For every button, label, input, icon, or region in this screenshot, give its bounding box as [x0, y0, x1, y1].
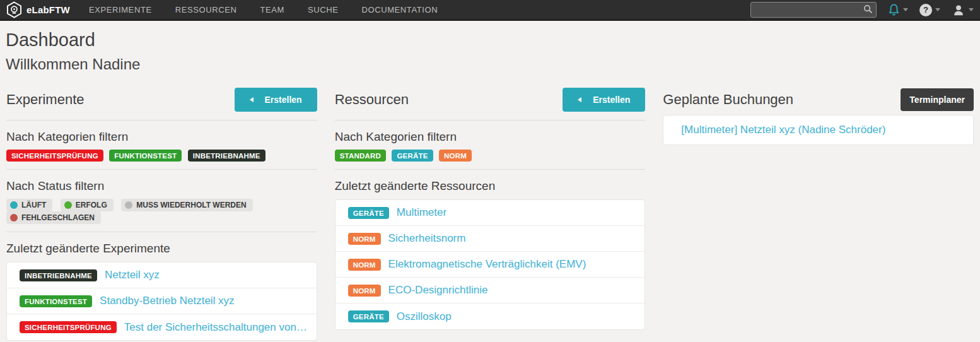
status-pill-fehlgeschlagen[interactable]: FEHLGESCHLAGEN — [6, 211, 101, 224]
caret-left-icon — [250, 97, 254, 102]
page-title: Dashboard — [6, 30, 974, 50]
search-input[interactable] — [750, 2, 877, 18]
nav-item-documentation[interactable]: DOCUMENTATION — [361, 5, 438, 15]
resources-category-badges: STANDARD GERÄTE NORM — [335, 150, 646, 162]
divider — [6, 169, 317, 170]
resource-link[interactable]: Sicherheitsnorm — [388, 232, 466, 245]
category-badge-norm[interactable]: NORM — [439, 150, 472, 162]
status-pill-laeuft[interactable]: LÄUFT — [6, 199, 52, 211]
chevron-down-icon — [903, 8, 908, 11]
divider — [335, 120, 646, 121]
recent-resources-list: GERÄTE Multimeter NORM Sicherheitsnorm N… — [335, 199, 646, 330]
resource-row[interactable]: NORM ECO-Designrichtlinie — [335, 278, 645, 304]
caret-left-icon — [578, 97, 581, 102]
experiment-link[interactable]: Test der Sicherheitsschaltungen von Netz… — [124, 321, 309, 334]
experiment-link[interactable]: Netzteil xyz — [105, 269, 160, 281]
scheduler-button[interactable]: Terminplaner — [901, 88, 974, 111]
resources-category-filter-title: Nach Kategorien filtern — [335, 130, 646, 144]
help-icon: ? — [919, 4, 932, 16]
booking-link[interactable]: [Multimeter] Netzteil xyz (Nadine Schröd… — [681, 124, 885, 136]
status-dot — [64, 201, 72, 209]
nav-item-experimente[interactable]: EXPERIMENTE — [89, 5, 152, 15]
resource-row[interactable]: GERÄTE Multimeter — [335, 200, 645, 226]
elabftw-logo-icon — [6, 1, 22, 18]
nav-item-team[interactable]: TEAM — [260, 5, 284, 15]
create-resource-label: Erstellen — [593, 95, 630, 105]
chevron-down-icon — [935, 8, 940, 11]
row-category-badge: GERÄTE — [348, 207, 389, 219]
bell-icon — [888, 3, 900, 16]
status-label: MUSS WIEDERHOLT WERDEN — [136, 201, 246, 209]
status-dot — [10, 214, 18, 221]
nav-item-suche[interactable]: SUCHE — [308, 5, 339, 15]
user-icon — [952, 3, 965, 17]
row-category-badge: GERÄTE — [348, 310, 389, 322]
bookings-title: Geplante Buchungen — [663, 91, 793, 108]
recent-experiments-list: INBETRIEBNAHME Netzteil xyz FUNKTIONSTES… — [6, 262, 317, 341]
row-category-badge: INBETRIEBNAHME — [20, 269, 97, 281]
category-badge-standard[interactable]: STANDARD — [335, 150, 386, 162]
resource-link[interactable]: Oszilloskop — [397, 310, 452, 323]
experiments-category-badges: SICHERHEITSPRÜFUNG FUNKTIONSTEST INBETRI… — [6, 150, 317, 162]
experiment-row[interactable]: SICHERHEITSPRÜFUNG Test der Sicherheitss… — [7, 314, 317, 340]
notifications-button[interactable] — [888, 3, 908, 16]
dashboard-columns: Experimente Erstellen Nach Kategorien fi… — [0, 87, 980, 341]
status-dot — [125, 201, 132, 209]
experiments-panel: Experimente Erstellen Nach Kategorien fi… — [6, 87, 317, 341]
resource-row[interactable]: NORM Sicherheitsnorm — [335, 226, 645, 252]
row-category-badge: NORM — [348, 259, 381, 271]
experiments-status-filter-title: Nach Status filtern — [6, 179, 317, 193]
row-category-badge: NORM — [348, 233, 381, 245]
top-navbar: eLabFTW EXPERIMENTE RESSOURCEN TEAM SUCH… — [0, 0, 980, 21]
nav-item-ressourcen[interactable]: RESSOURCEN — [175, 5, 237, 15]
row-category-badge: NORM — [348, 285, 381, 297]
experiment-link[interactable]: Standby-Betrieb Netzteil xyz — [100, 295, 235, 307]
experiments-status-pills: LÄUFT ERFOLG MUSS WIEDERHOLT WERDEN FEHL… — [6, 199, 317, 224]
resources-panel: Ressourcen Erstellen Nach Kategorien fil… — [335, 87, 646, 341]
recent-resources-title: Zuletzt geänderte Ressourcen — [335, 179, 646, 193]
create-experiment-button[interactable]: Erstellen — [235, 88, 317, 112]
search-icon[interactable] — [863, 4, 873, 16]
status-label: LÄUFT — [21, 201, 46, 209]
welcome-message: Willkommen Nadine — [6, 56, 974, 73]
status-label: FEHLGESCHLAGEN — [21, 213, 95, 222]
resource-link[interactable]: Elektromagnetische Verträglichkeit (EMV) — [388, 258, 586, 271]
chevron-down-icon — [969, 8, 974, 11]
status-dot — [10, 201, 18, 209]
resource-row[interactable]: NORM Elektromagnetische Verträglichkeit … — [335, 252, 645, 278]
user-menu-button[interactable] — [952, 3, 974, 17]
status-pill-erfolg[interactable]: ERFOLG — [61, 199, 114, 211]
status-label: ERFOLG — [76, 201, 107, 209]
row-category-badge: SICHERHEITSPRÜFUNG — [20, 321, 117, 333]
recent-experiments-title: Zuletzt geänderte Experimente — [6, 242, 317, 256]
category-badge-sicherheitspruefung[interactable]: SICHERHEITSPRÜFUNG — [6, 150, 103, 162]
booking-row[interactable]: [Multimeter] Netzteil xyz (Nadine Schröd… — [663, 115, 973, 144]
brand-home-link[interactable]: eLabFTW — [6, 1, 70, 18]
divider — [6, 120, 317, 121]
category-badge-funktionstest[interactable]: FUNKTIONSTEST — [109, 150, 182, 162]
divider — [335, 169, 646, 170]
bookings-list: [Multimeter] Netzteil xyz (Nadine Schröd… — [663, 115, 974, 145]
row-category-badge: FUNKTIONSTEST — [20, 295, 92, 307]
category-badge-inbetriebnahme[interactable]: INBETRIEBNAHME — [188, 150, 265, 162]
resource-link[interactable]: ECO-Designrichtlinie — [388, 284, 488, 297]
experiments-category-filter-title: Nach Kategorien filtern — [6, 130, 317, 144]
navbar-search — [750, 2, 877, 18]
bookings-panel: Geplante Buchungen Terminplaner [Multime… — [663, 87, 974, 341]
create-resource-button[interactable]: Erstellen — [563, 88, 645, 112]
divider — [6, 232, 317, 232]
resources-title: Ressourcen — [335, 91, 409, 108]
main-menu: EXPERIMENTE RESSOURCEN TEAM SUCHE DOCUME… — [89, 5, 438, 15]
experiment-row[interactable]: FUNKTIONSTEST Standby-Betrieb Netzteil x… — [7, 288, 317, 314]
experiment-row[interactable]: INBETRIEBNAHME Netzteil xyz — [7, 262, 317, 288]
experiments-title: Experimente — [6, 91, 85, 108]
resource-row[interactable]: GERÄTE Oszilloskop — [335, 304, 645, 329]
resource-link[interactable]: Multimeter — [397, 206, 446, 219]
help-menu-button[interactable]: ? — [919, 4, 940, 16]
brand-name: eLabFTW — [26, 4, 70, 15]
category-badge-geraete[interactable]: GERÄTE — [392, 150, 433, 162]
status-pill-muss-wiederholt-werden[interactable]: MUSS WIEDERHOLT WERDEN — [121, 199, 252, 211]
create-experiment-label: Erstellen — [265, 95, 302, 105]
